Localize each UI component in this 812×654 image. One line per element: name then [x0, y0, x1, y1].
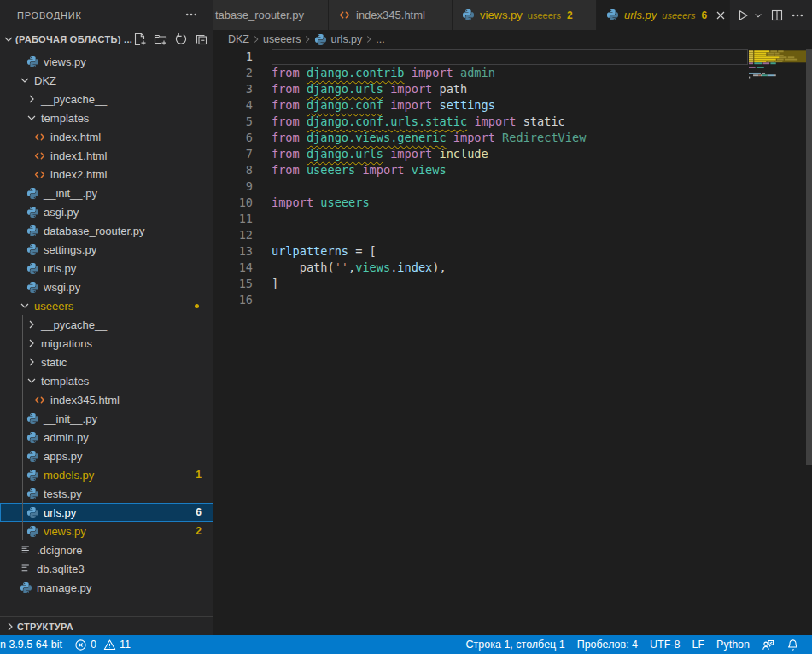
more-actions-icon[interactable]	[791, 9, 804, 22]
tree-folder-useeers[interactable]: useeers	[0, 296, 213, 315]
status-notifications[interactable]	[780, 635, 805, 654]
tree-file-manage.py[interactable]: manage.py	[0, 578, 213, 597]
problems-badge: 1	[196, 469, 202, 481]
tree-folder-__pycache__[interactable]: __pycache__	[0, 90, 213, 108]
line-number: 8	[213, 162, 253, 178]
new-file-icon[interactable]	[133, 32, 147, 46]
tree-item-label: settings.py	[44, 243, 96, 256]
run-dropdown-icon[interactable]	[753, 10, 763, 20]
code-line-6: 6from django.views.generic import Redire…	[213, 130, 812, 146]
tree-item-label: .dcignore	[37, 544, 82, 557]
tree-folder-__pycache__[interactable]: __pycache__	[0, 315, 213, 334]
vscode-window: ПРОВОДНИК (РАБОЧАЯ ОБЛАСТЬ) ...	[0, 0, 812, 654]
tree-item-label: db.sqlite3	[37, 563, 85, 575]
code-line-10: 10import useeers	[213, 195, 812, 211]
tree-file-__init__.py[interactable]: __init__.py	[0, 184, 213, 202]
tree-folder-templates[interactable]: templates	[0, 371, 213, 390]
tree-file-__init__.py[interactable]: __init__.py	[0, 409, 213, 428]
python-icon	[26, 242, 39, 256]
status-bar: n 3.9.5 64-bit011 Строка 1, столбец 1Про…	[0, 635, 812, 654]
html-icon	[32, 130, 46, 143]
status-language-mode[interactable]: Python	[710, 635, 756, 654]
status-feedback[interactable]	[756, 635, 780, 654]
code-line-15: 15]	[213, 276, 812, 292]
status-encoding[interactable]: UTF-8	[644, 635, 686, 654]
html-icon	[32, 167, 46, 181]
tab-index345.html[interactable]: index345.html	[329, 0, 453, 30]
tree-file-views.py[interactable]: views.py2	[0, 522, 213, 540]
tab-tabase_roouter.py[interactable]: tabase_roouter.py	[213, 0, 329, 30]
run-button-icon[interactable]	[736, 9, 750, 22]
tree-file-database_roouter.py[interactable]: database_roouter.py	[0, 221, 213, 240]
tree-file-index345.html[interactable]: index345.html	[0, 390, 213, 409]
close-icon[interactable]	[714, 9, 727, 22]
code-line-11: 11	[213, 211, 812, 227]
tree-folder-templates[interactable]: templates	[0, 108, 213, 127]
tree-file-index1.html[interactable]: index1.html	[0, 146, 213, 165]
code-line-16: 16	[213, 292, 812, 308]
tree-file-index.html[interactable]: index.html	[0, 127, 213, 146]
tree-item-label: index1.html	[50, 149, 107, 162]
breadcrumb-DKZ[interactable]: DKZ	[228, 33, 249, 45]
code-editor[interactable]: 12from django.contrib import admin3from …	[213, 49, 812, 635]
line-number: 10	[213, 195, 253, 211]
minimap[interactable]	[749, 49, 806, 100]
workspace-actions	[133, 32, 208, 46]
python-icon	[26, 468, 39, 482]
refresh-icon[interactable]	[174, 32, 188, 46]
python-icon	[461, 9, 475, 22]
breadcrumb-...[interactable]: ...	[376, 33, 384, 45]
tree-file-apps.py[interactable]: apps.py	[0, 447, 213, 465]
tree-file-urls.py[interactable]: urls.py	[0, 259, 213, 277]
tree-file-asgi.py[interactable]: asgi.py	[0, 202, 213, 221]
problems-badge: 6	[196, 506, 202, 518]
tree-file-urls.py[interactable]: urls.py6	[0, 503, 213, 522]
breadcrumb-label: useeers	[263, 33, 301, 45]
tree-item-label: urls.py	[44, 506, 76, 519]
split-editor-icon[interactable]	[770, 9, 784, 22]
tab-views.py[interactable]: views.pyuseeers2	[453, 0, 597, 30]
tree-file-settings.py[interactable]: settings.py	[0, 240, 213, 259]
status-cursor-position[interactable]: Строка 1, столбец 1	[460, 635, 571, 654]
status-python-interpreter[interactable]: n 3.9.5 64-bit	[0, 635, 68, 654]
tree-item-label: __init__.py	[44, 187, 97, 200]
outline-section-header[interactable]: СТРУКТУРА	[0, 616, 213, 635]
tree-folder-static[interactable]: static	[0, 353, 213, 371]
tree-file-tests.py[interactable]: tests.py	[0, 484, 213, 503]
tree-item-label: manage.py	[37, 581, 91, 594]
status-problems[interactable]: 011	[68, 635, 137, 654]
breadcrumb-label: DKZ	[228, 33, 249, 45]
tree-file-wsgi.py[interactable]: wsgi.py	[0, 277, 213, 296]
tree-file-models.py[interactable]: models.py1	[0, 465, 213, 484]
code-line-13: 13urlpatterns = [	[213, 243, 812, 260]
collapse-all-icon[interactable]	[195, 32, 208, 46]
status-indentation[interactable]: Пробелов: 4	[571, 635, 644, 654]
tree-file-admin.py[interactable]: admin.py	[0, 428, 213, 447]
tree-item-label: templates	[41, 375, 89, 388]
new-folder-icon[interactable]	[154, 32, 167, 46]
status-label: Строка 1, столбец 1	[466, 639, 565, 651]
tree-file-.dcignore[interactable]: .dcignore	[0, 540, 213, 559]
tree-item-label: tests.py	[44, 488, 82, 500]
tree-folder-migrations[interactable]: migrations	[0, 334, 213, 353]
code-line-9: 9	[213, 178, 812, 195]
breadcrumb-useeers[interactable]: useeers	[263, 33, 301, 45]
html-icon	[32, 393, 46, 406]
line-number: 16	[213, 292, 253, 308]
tree-file-db.sqlite3[interactable]: db.sqlite3	[0, 559, 213, 578]
tree-file-views.py[interactable]: views.py	[0, 52, 213, 71]
chevron-right-icon	[25, 355, 38, 369]
line-number: 12	[213, 227, 253, 243]
tree-item-label: index.html	[50, 131, 101, 143]
line-number: 11	[213, 211, 253, 227]
editor-scrollbar[interactable]	[806, 49, 812, 465]
breadcrumb-urls.py[interactable]: urls.py	[314, 33, 362, 46]
tab-directory: useeers	[662, 10, 695, 20]
breadcrumb-label: ...	[376, 33, 384, 45]
status-eol[interactable]: LF	[686, 635, 710, 654]
tree-folder-DKZ[interactable]: DKZ	[0, 71, 213, 90]
tab-urls.py[interactable]: urls.pyuseeers6	[597, 0, 730, 30]
tab-directory: useeers	[528, 10, 561, 20]
tree-file-index2.html[interactable]: index2.html	[0, 165, 213, 184]
more-actions-icon[interactable]	[184, 8, 198, 21]
